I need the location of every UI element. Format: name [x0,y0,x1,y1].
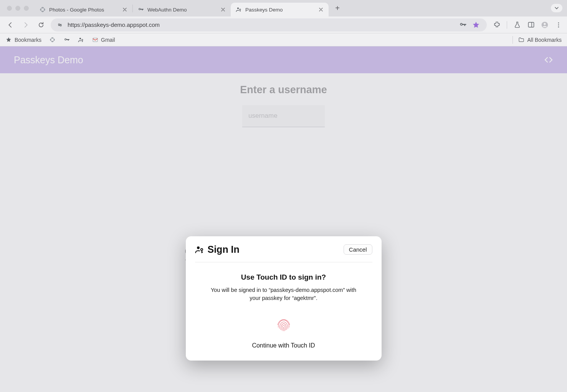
continue-touchid-label: Continue with Touch ID [195,342,372,349]
address-bar[interactable]: https://passkeys-demo.appspot.com [51,18,487,31]
url-text: https://passkeys-demo.appspot.com [68,21,455,28]
cancel-button[interactable]: Cancel [344,244,372,255]
svg-point-1 [239,9,240,10]
svg-point-0 [237,8,238,9]
window-traffic-lights [7,6,29,11]
traffic-minimize[interactable] [15,6,20,11]
svg-point-7 [558,22,559,23]
tab-photos[interactable]: Photos - Google Photos [35,3,132,16]
google-photos-icon [39,7,46,13]
dialog-title: Sign In [208,244,240,255]
svg-point-13 [197,246,200,249]
site-settings-icon[interactable] [56,21,64,28]
bookmark-star-icon[interactable] [472,21,480,29]
svg-point-11 [81,39,83,40]
sidepanel-icon[interactable] [527,21,535,29]
bookmark-label: Bookmarks [15,37,41,43]
svg-point-14 [200,248,202,250]
passkey-icon [235,7,242,13]
forward-button[interactable] [20,19,31,31]
tabs-dropdown-button[interactable] [551,4,562,12]
extensions-icon[interactable] [493,21,501,29]
all-bookmarks-button[interactable]: All Bookmarks [518,36,562,43]
bookmarks-bar: Bookmarks Gmail [0,33,567,46]
bookmark-key[interactable] [63,36,70,43]
toolbar-separator [507,21,507,29]
folder-icon [518,36,525,43]
passkey-icon [195,245,204,254]
new-tab-button[interactable]: + [332,3,343,14]
profile-avatar-icon[interactable] [541,21,549,29]
svg-point-10 [79,38,81,39]
svg-rect-4 [528,22,534,27]
tab-title: Passkeys Demo [245,7,314,13]
close-icon[interactable] [318,7,324,13]
star-icon [5,36,12,43]
fingerprint-icon[interactable] [274,315,293,334]
reload-button[interactable] [35,19,47,31]
close-icon[interactable] [220,7,226,13]
bookmark-gmail[interactable]: Gmail [92,36,115,43]
close-icon[interactable] [122,7,128,13]
svg-point-8 [558,24,559,25]
bookmark-label: All Bookmarks [527,37,562,43]
back-button[interactable] [5,19,16,31]
svg-point-2 [58,23,60,25]
gmail-icon [92,36,98,43]
svg-point-6 [544,23,546,25]
tab-passkeys-active[interactable]: Passkeys Demo [231,3,329,16]
bookmark-label: Gmail [101,37,115,43]
reload-icon [38,21,45,28]
key-icon [137,7,144,13]
dialog-description: You will be signed in to “passkeys-demo.… [207,286,360,302]
google-photos-icon [49,36,56,43]
password-key-icon[interactable] [459,21,467,29]
dialog-question: Use Touch ID to sign in? [195,273,372,282]
bookmark-passkey[interactable] [78,36,84,43]
traffic-close[interactable] [7,6,12,11]
key-icon [63,36,70,43]
bookmarks-separator [512,36,513,44]
kebab-menu-icon[interactable] [555,21,562,29]
signin-dialog: Sign In Cancel Use Touch ID to sign in? … [186,236,382,361]
tab-title: Photos - Google Photos [49,7,118,13]
traffic-zoom[interactable] [24,6,29,11]
bookmark-photos[interactable] [49,36,56,43]
arrow-right-icon [22,21,29,28]
svg-point-3 [60,25,61,26]
svg-point-9 [558,26,559,27]
labs-icon[interactable] [513,21,521,29]
chevron-down-icon [554,6,559,10]
bookmarks-folder[interactable]: Bookmarks [5,36,41,43]
tab-webauthn[interactable]: WebAuthn Demo [133,3,231,16]
browser-toolbar: https://passkeys-demo.appspot.com [0,16,567,33]
passkey-icon [78,36,84,43]
tab-title: WebAuthn Demo [147,7,217,13]
tab-strip: Photos - Google Photos WebAuthn Demo Pas… [0,0,567,16]
arrow-left-icon [7,21,14,28]
